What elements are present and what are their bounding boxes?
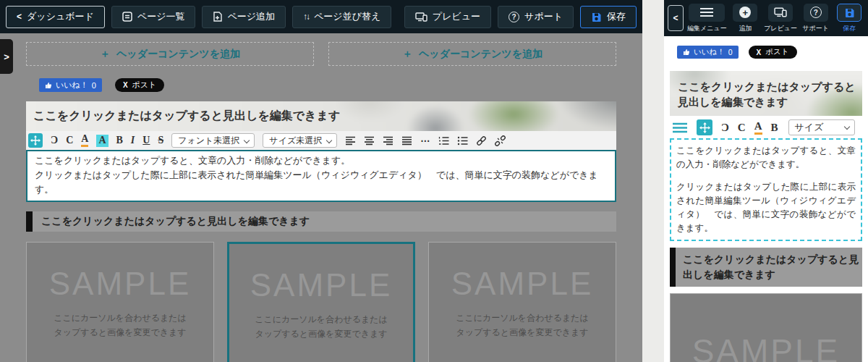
edit-menu-label: 編集メニュー [687, 24, 727, 33]
sample-caption: ここにカーソルを合わせるまたは タップすると画像を変更できます [54, 311, 187, 340]
toolbar-menu-icon[interactable] [670, 122, 688, 133]
bold-button[interactable]: B [771, 122, 778, 133]
page-add-button[interactable]: ページ追加 [202, 6, 286, 28]
plus-circle-icon: + [733, 4, 757, 22]
size-select[interactable]: サイズ未選択 [263, 133, 337, 148]
editable-text-block[interactable]: ここをクリックまたはタップすると、文章の入力・削除などができます。 クリックまた… [26, 150, 616, 202]
size-select-value: サイズ未選択 [269, 135, 322, 147]
page-sort-button[interactable]: ↑↓ ページ並び替え [292, 6, 391, 28]
size-select-value: サイズ [795, 121, 824, 134]
sidebar-expand-tab[interactable]: > [0, 39, 13, 74]
preview-button[interactable]: プレビュー [404, 6, 491, 28]
mobile-wysiwyg-toolbar: Ɔ C A B サイズ [670, 118, 862, 137]
support-label: サポート [802, 24, 829, 33]
mobile-editable-text-block[interactable]: ここをクリックまたはタップすると、文章の入力・削除などができます。 クリックまた… [670, 138, 862, 241]
dashboard-button[interactable]: < ダッシュボード [6, 6, 105, 28]
ordered-list-button[interactable] [438, 136, 449, 146]
unordered-list-button[interactable] [457, 136, 468, 146]
x-post-button[interactable]: X ポスト [749, 46, 797, 59]
highlight-color-button[interactable]: A [96, 135, 108, 147]
move-handle[interactable] [697, 119, 712, 135]
plus-icon: ＋ [402, 48, 412, 61]
mobile-image-placeholder[interactable]: SAMPLE ここにカーソルを合わせるまたは タップすると画像を変更できます [670, 293, 862, 362]
x-post-button[interactable]: X ポスト [115, 78, 164, 92]
facebook-like-button[interactable]: いいね！ 0 [677, 46, 739, 59]
sub-heading-block[interactable]: ここをクリックまたはタップすると見出しを編集できます [26, 211, 616, 232]
main-topbar: < ダッシュボード ページ一覧 ページ追加 ↑↓ ペ [0, 0, 642, 33]
font-color-button[interactable]: A [81, 134, 88, 147]
post-label: ポスト [132, 80, 157, 90]
chevron-down-icon [843, 124, 849, 130]
save-button[interactable]: 保存 [580, 6, 637, 28]
image-placeholder-2-selected[interactable]: SAMPLE ここにカーソルを合わせるまたは タップすると画像を変更できます [227, 242, 415, 362]
mobile-sub-heading-block[interactable]: ここをクリックまたはタップすると見出しを編集できます [670, 248, 862, 287]
unlink-button[interactable] [495, 135, 506, 146]
hero-heading-text: ここをクリックまたはタップすると見出しを編集できます [670, 71, 859, 109]
sub-heading-text: ここをクリックまたはタップすると見出しを編集できます [683, 253, 859, 280]
text-paragraph-2: クリックまたはタップした際に上部に表示された簡単編集ツール（ウィジウィグエディタ… [676, 180, 856, 235]
topbar-left-group: < ダッシュボード ページ一覧 ページ追加 ↑↓ ペ [6, 6, 391, 28]
mobile-edit-menu-button[interactable]: 編集メニュー [687, 4, 727, 33]
add-header-content-button-2[interactable]: ＋ ヘッダーコンテンツを追加 [328, 42, 616, 66]
page-sort-label: ページ並び替え [314, 10, 380, 23]
question-icon: ? [804, 4, 828, 22]
page-list-button[interactable]: ページ一覧 [111, 6, 196, 28]
topbar-right-group: プレビュー ? サポート 保存 [404, 6, 637, 28]
mobile-support-button[interactable]: ? サポート [801, 4, 831, 33]
align-left-button[interactable] [345, 136, 356, 146]
x-logo-icon: X [123, 81, 128, 89]
image-placeholder-1[interactable]: SAMPLE ここにカーソルを合わせるまたは タップすると画像を変更できます [26, 242, 214, 362]
dashboard-label: ダッシュボード [27, 10, 94, 23]
mobile-save-button[interactable]: 保存 [834, 4, 864, 33]
sample-watermark: SAMPLE [250, 267, 393, 303]
devices-icon [415, 12, 427, 22]
sample-caption: ここにカーソルを合わせるまたは タップすると画像を変更できます [456, 311, 589, 340]
facebook-like-button[interactable]: いいね！ 0 [39, 78, 102, 92]
font-select[interactable]: フォント未選択 [171, 133, 255, 148]
add-header-row: ＋ ヘッダーコンテンツを追加 ＋ ヘッダーコンテンツを追加 [26, 33, 616, 66]
editor-canvas: > ＋ ヘッダーコンテンツを追加 ＋ ヘッダーコンテンツを追加 [0, 33, 642, 362]
wysiwyg-toolbar: Ɔ C A A B I U S フォント未選択 サイズ未選択 [26, 131, 616, 150]
mobile-size-select[interactable]: サイズ [788, 119, 855, 135]
undo-icon[interactable]: Ɔ [51, 135, 58, 146]
undo-icon[interactable]: Ɔ [721, 122, 729, 133]
redo-icon[interactable]: C [66, 135, 73, 146]
move-handle[interactable] [28, 133, 43, 148]
hero-heading-block[interactable]: ここをクリックまたはタップすると見出しを編集できます [26, 101, 616, 131]
underline-button[interactable]: U [142, 135, 150, 146]
page-list-label: ページ一覧 [137, 10, 185, 23]
align-justify-button[interactable] [401, 136, 412, 146]
redo-icon[interactable]: C [738, 122, 746, 133]
support-label: サポート [524, 10, 563, 23]
add-header-content-button-1[interactable]: ＋ ヘッダーコンテンツを追加 [26, 42, 314, 66]
mobile-preview-panel: < 編集メニュー + 追加 プレビュー [664, 0, 868, 362]
mobile-collapse-button[interactable]: < [668, 5, 684, 31]
bold-button[interactable]: B [116, 135, 123, 146]
link-button[interactable] [476, 135, 487, 146]
more-options-button[interactable]: ⋯ [420, 135, 430, 146]
image-placeholder-3[interactable]: SAMPLE ここにカーソルを合わせるまたは タップすると画像を変更できます [428, 242, 616, 362]
hero-heading-text: ここをクリックまたはタップすると見出しを編集できます [33, 101, 340, 131]
strikethrough-button[interactable]: S [158, 135, 163, 146]
mobile-preview-button[interactable]: プレビュー [764, 4, 797, 33]
align-center-button[interactable] [364, 136, 375, 146]
align-right-button[interactable] [383, 136, 393, 146]
preview-label: プレビュー [764, 24, 797, 33]
preview-label: プレビュー [433, 10, 480, 23]
save-icon [837, 4, 861, 22]
sub-heading-text: ここをクリックまたはタップすると見出しを編集できます [41, 215, 310, 228]
sample-watermark: SAMPLE [451, 266, 594, 302]
mobile-add-button[interactable]: + 追加 [731, 4, 761, 33]
support-button[interactable]: ? サポート [498, 6, 574, 28]
italic-button[interactable]: I [131, 135, 135, 146]
save-label: 保存 [607, 10, 626, 23]
thumbs-up-icon [683, 49, 690, 56]
text-paragraph-2: クリックまたはタップした際に上部に表示された簡単編集ツール（ウィジウィグエディタ… [35, 168, 608, 197]
mobile-hero-heading-block[interactable]: ここをクリックまたはタップすると見出しを編集できます [670, 71, 862, 116]
chevron-left-icon: < [17, 12, 22, 22]
chevron-down-icon [244, 138, 250, 143]
x-logo-icon: X [757, 49, 762, 56]
page-add-label: ページ追加 [227, 10, 275, 23]
page-content: ＋ ヘッダーコンテンツを追加 ＋ ヘッダーコンテンツを追加 いいね！ 0 [26, 33, 616, 362]
font-color-button[interactable]: A [754, 121, 762, 135]
